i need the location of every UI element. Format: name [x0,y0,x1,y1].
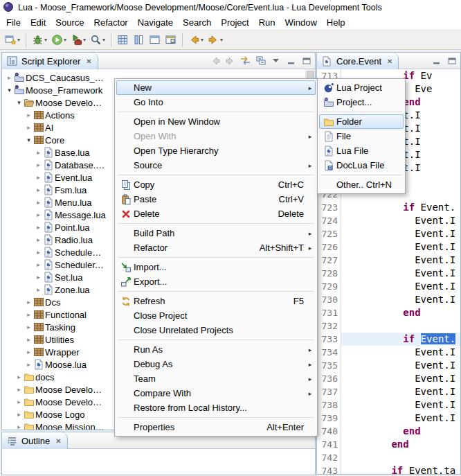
expand-arrow-icon[interactable]: ▸ [24,324,33,330]
tree-item-fsm-lua[interactable]: ▸Fsm.lua [2,184,106,196]
expand-arrow-icon[interactable]: ▸ [34,249,43,256]
menu-item-refresh[interactable]: RefreshF5 [116,294,316,308]
expand-arrow-icon[interactable]: ▸ [15,423,24,430]
tab-outline[interactable]: Outline ✕ [2,432,68,449]
menu-item-paste[interactable]: PasteCtrl+V [116,192,316,206]
expand-arrow-icon[interactable]: ▸ [24,361,33,368]
dropdown-caret-icon[interactable]: ▾ [64,37,66,43]
tree-item-moose-development[interactable]: ▾Moose Development [2,96,106,109]
menubar-source[interactable]: Source [51,16,89,29]
menubar-edit[interactable]: Edit [26,16,51,29]
menu-item-file[interactable]: File [319,129,404,143]
menubar-help[interactable]: Help [322,16,350,29]
dropdown-caret-icon[interactable]: ▾ [44,37,47,43]
menu-item-lua-project[interactable]: Lua Project [319,80,404,95]
tree-item-actions[interactable]: ▸Actions [2,109,106,121]
tree-item-radio-lua[interactable]: ▸Radio.lua [2,233,106,246]
menu-item-import[interactable]: Import... [116,260,316,274]
menu-item-folder[interactable]: Folder [319,114,404,129]
code-line-724[interactable]: 724 Event.I [317,214,460,227]
expand-arrow-icon[interactable]: ▸ [34,211,43,218]
tree-item-dcs-caucasus-missions[interactable]: ▸DCS_Caucasus_Missions [2,71,106,84]
code-line-737[interactable]: 737 Event.I [317,385,460,398]
tree-item-moose-development[interactable]: ▸Moose Development [2,383,106,396]
tree-item-menu-lua[interactable]: ▸Menu.lua [2,196,106,209]
link-with-editor-icon[interactable] [239,55,251,67]
tree-item-moose-lua[interactable]: ▸Moose.lua [2,358,106,371]
code-line-742[interactable]: 742 [317,451,460,464]
expand-arrow-icon[interactable]: ▸ [24,112,33,118]
expand-arrow-icon[interactable]: ▸ [34,161,43,168]
code-line-731[interactable]: 731 end [317,306,460,319]
expand-arrow-icon[interactable]: ▸ [24,299,33,306]
collapse-all-icon[interactable] [255,55,266,67]
external-tools-button[interactable]: ▾ [69,32,88,49]
tree-item-zone-lua[interactable]: ▸Zone.lua [2,283,106,296]
expand-arrow-icon[interactable]: ▸ [34,186,43,193]
menu-item-new[interactable]: New▸ [116,80,316,95]
tree-item-message-lua[interactable]: ▸Message.lua [2,209,106,221]
menu-item-close-unrelated-projects[interactable]: Close Unrelated Projects [116,323,316,337]
toggle-columns-button[interactable] [131,32,147,49]
menu-item-debug-as[interactable]: Debug As▸ [116,357,316,371]
dropdown-caret-icon[interactable]: ▾ [201,37,204,43]
tree-item-event-lua[interactable]: ▸Event.lua [2,171,106,184]
menu-item-run-as[interactable]: Run As▸ [116,342,316,357]
expand-arrow-icon[interactable]: ▸ [24,311,33,318]
close-icon[interactable]: ✕ [85,58,92,65]
close-icon[interactable]: ✕ [55,437,62,445]
menu-item-open-in-new-window[interactable]: Open in New Window [116,114,316,129]
code-line-735[interactable]: 735 Event.I [317,359,460,372]
code-line-732[interactable]: 732 [317,319,460,333]
open-grid-button[interactable] [115,32,131,49]
expand-arrow-icon[interactable]: ▸ [15,373,24,380]
menubar-search[interactable]: Search [178,16,216,29]
minimize-icon[interactable] [285,55,297,67]
tree-item-functional[interactable]: ▸Functional [2,308,106,321]
menu-item-properties[interactable]: PropertiesAlt+Enter [116,420,316,434]
code-line-733[interactable]: 733 if Event. [317,333,460,346]
menu-item-go-into[interactable]: Go Into [116,95,316,109]
forward-arrow-icon[interactable] [224,55,236,67]
code-line-740[interactable]: 740 end [317,425,460,438]
tree-item-moose-logo[interactable]: ▸Moose Logo [2,408,106,421]
expand-arrow-icon[interactable]: ▸ [34,274,43,281]
run-button[interactable]: ▾ [49,32,69,49]
tree-item-set-lua[interactable]: ▸Set.lua [2,271,106,283]
back-arrow-icon[interactable] [209,55,221,67]
maximize-icon[interactable] [300,55,312,67]
menubar-project[interactable]: Project [216,16,253,29]
code-line-725[interactable]: 725 Event.I [317,227,460,240]
tab-core-event[interactable]: Core.Event ✕ [317,53,399,69]
tree-item-moose-development[interactable]: ▸Moose Development [2,396,106,408]
code-line-730[interactable]: 730 Event.I [317,293,460,306]
tree-item-base-lua[interactable]: ▸Base.lua [2,146,106,159]
tree-item-point-lua[interactable]: ▸Point.lua [2,221,106,233]
menu-item-export[interactable]: Export... [116,274,316,289]
forward-button[interactable]: ▾ [206,32,225,49]
menu-item-lua-file[interactable]: Lua File [319,143,404,158]
code-line-739[interactable]: 739 Event.I [317,412,460,425]
tree-item-wrapper[interactable]: ▸Wrapper [2,346,106,358]
expand-arrow-icon[interactable]: ▸ [34,224,43,231]
code-line-736[interactable]: 736 Event.I [317,372,460,385]
menu-item-team[interactable]: Team▸ [116,371,316,386]
tree-item-scheduler-lua[interactable]: ▸Scheduler.lua [2,258,106,271]
menubar-refactor[interactable]: Refactor [89,16,133,29]
tree-item-moose-framework[interactable]: ▾Moose_Framework [2,84,106,96]
collapse-arrow-icon[interactable]: ▾ [5,87,14,94]
menu-item-close-project[interactable]: Close Project [116,308,316,323]
menu-item-compare-with[interactable]: Compare With▸ [116,386,316,400]
expand-arrow-icon[interactable]: ▸ [24,336,33,343]
code-line-738[interactable]: 738 Event.I [317,398,460,412]
tree-item-tasking[interactable]: ▸Tasking [2,321,106,333]
view-menu-icon[interactable] [270,55,282,67]
tree-item-scheduledispatcher-lua[interactable]: ▸ScheduleDispatcher.lua [2,246,106,258]
search-button[interactable]: ▾ [88,32,107,49]
code-line-723[interactable]: 723 if Event. [317,201,460,214]
menu-item-other[interactable]: Other...Ctrl+N [319,177,404,192]
tree-item-docs[interactable]: ▸docs [2,371,106,383]
expand-arrow-icon[interactable]: ▸ [24,124,33,131]
expand-arrow-icon[interactable]: ▸ [34,174,43,181]
back-button[interactable]: ▾ [186,32,206,49]
